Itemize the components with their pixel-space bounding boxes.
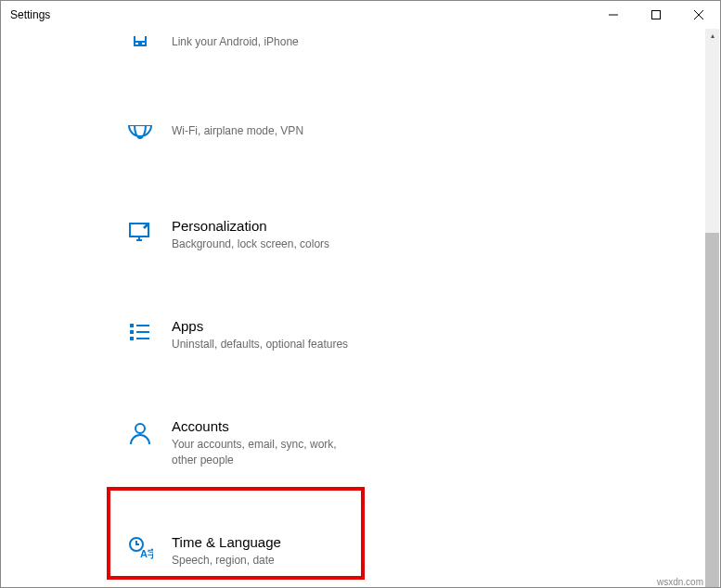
tile-accounts[interactable]: Accounts Your accounts, email, sync, wor…	[122, 407, 363, 478]
svg-rect-8	[130, 330, 134, 334]
tile-apps[interactable]: Apps Uninstall, defaults, optional featu…	[122, 307, 363, 363]
tile-desc: Link your Android, iPhone	[172, 34, 299, 49]
tile-network[interactable]: Wi-Fi, airplane mode, VPN	[122, 112, 363, 162]
tile-title: Accounts	[172, 418, 363, 434]
time-language-icon: A字	[122, 534, 159, 568]
svg-text:A字: A字	[140, 548, 153, 559]
svg-rect-1	[652, 11, 661, 19]
scrollbar-thumb[interactable]	[705, 233, 719, 587]
tile-title: Apps	[172, 318, 348, 334]
tile-title: Time & Language	[172, 534, 281, 550]
tile-desc: Background, lock screen, colors	[172, 236, 329, 251]
maximize-button[interactable]	[635, 1, 677, 29]
svg-point-13	[135, 424, 145, 433]
maximize-icon	[651, 10, 661, 19]
minimize-button[interactable]	[592, 1, 635, 29]
phone-icon	[122, 34, 159, 62]
svg-rect-7	[130, 324, 134, 327]
close-icon	[694, 10, 703, 19]
tile-time-language[interactable]: A字 Time & Language Speech, region, date	[122, 523, 363, 579]
close-button[interactable]	[677, 1, 720, 29]
tile-personalization[interactable]: Personalization Background, lock screen,…	[122, 207, 363, 262]
settings-grid: Link your Android, iPhone Wi-Fi, airplan…	[1, 29, 720, 588]
tile-desc: Uninstall, defaults, optional features	[172, 337, 348, 352]
tile-desc: Speech, region, date	[172, 553, 281, 568]
scroll-up-arrow[interactable]: ▴	[705, 29, 719, 43]
scrollbar[interactable]: ▴	[705, 29, 719, 587]
svg-rect-9	[130, 337, 134, 340]
tile-desc: Your accounts, email, sync, work, other …	[172, 437, 363, 467]
personalization-icon	[122, 218, 159, 251]
watermark: wsxdn.com	[657, 577, 703, 587]
window-title: Settings	[10, 8, 50, 21]
tile-phone[interactable]: Link your Android, iPhone	[122, 23, 363, 73]
tile-desc: Wi-Fi, airplane mode, VPN	[172, 123, 303, 138]
tile-title: Personalization	[172, 218, 329, 234]
minimize-icon	[609, 10, 618, 19]
globe-icon	[122, 123, 159, 151]
person-icon	[122, 418, 159, 467]
apps-icon	[122, 318, 159, 352]
